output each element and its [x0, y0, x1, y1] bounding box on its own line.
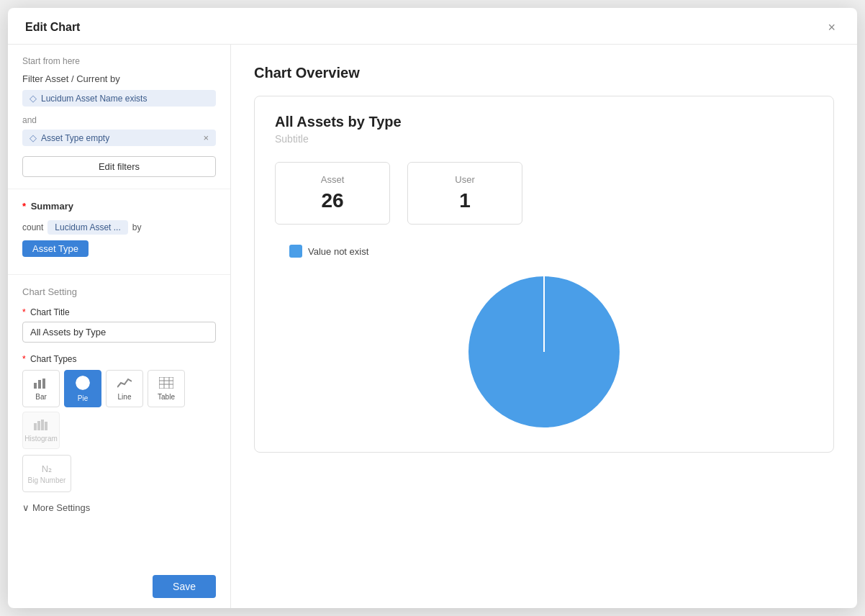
chart-type-big-number[interactable]: N₂ Big Number — [22, 455, 71, 492]
svg-rect-6 — [159, 377, 173, 389]
chart-title-field-label: * Chart Title — [22, 307, 216, 317]
big-number-icon: N₂ — [42, 463, 52, 474]
save-row: Save — [8, 565, 230, 608]
big-number-label: Big Number — [28, 476, 66, 484]
chart-type-histogram-label: Histogram — [24, 435, 58, 443]
bar-chart-icon — [34, 377, 48, 391]
stat-value-asset: 26 — [304, 189, 361, 212]
pie-chart-svg — [461, 269, 627, 435]
chart-type-bar-label: Bar — [35, 393, 47, 401]
svg-rect-13 — [41, 420, 44, 430]
chart-type-histogram: Histogram — [22, 412, 60, 449]
summary-row-2: Asset Type — [22, 240, 216, 257]
filter-tag-1: ◇ Lucidum Asset Name exists — [22, 90, 216, 107]
start-from-here-section: Start from here Filter Asset / Current b… — [8, 45, 230, 189]
save-button[interactable]: Save — [153, 575, 216, 598]
chart-setting-title: Chart Setting — [22, 286, 216, 297]
close-button[interactable]: × — [823, 19, 840, 35]
stat-card-asset: Asset 26 — [275, 162, 390, 225]
svg-rect-2 — [42, 379, 45, 389]
filter-tag-icon-1: ◇ — [30, 93, 37, 104]
filter-tag-text-1: Lucidum Asset Name exists — [41, 94, 147, 104]
modal-title: Edit Chart — [25, 21, 80, 34]
chart-preview-title: All Assets by Type — [275, 114, 813, 130]
chart-type-bar[interactable]: Bar — [22, 370, 60, 407]
edit-filters-button[interactable]: Edit filters — [22, 156, 216, 177]
svg-rect-14 — [45, 422, 47, 430]
chart-title-input[interactable] — [22, 322, 216, 343]
legend-label: Value not exist — [308, 246, 368, 257]
stat-label-asset: Asset — [304, 174, 361, 185]
chart-type-pie-label: Pie — [78, 394, 88, 402]
legend-dot — [289, 245, 302, 258]
chart-preview-subtitle: Subtitle — [275, 133, 813, 145]
summary-required-star: * — [22, 201, 26, 212]
more-settings-label: More Settings — [32, 502, 90, 513]
more-settings-toggle[interactable]: ∨ More Settings — [22, 502, 216, 513]
by-label: by — [132, 222, 142, 232]
stat-value-user: 1 — [437, 189, 493, 212]
chart-type-line[interactable]: Line — [106, 370, 143, 407]
chart-type-table-label: Table — [158, 393, 175, 401]
svg-rect-0 — [34, 383, 37, 389]
filter-tag-close-2[interactable]: × — [203, 132, 209, 143]
start-section-label: Start from here — [22, 56, 216, 66]
chart-types-label: * Chart Types — [22, 354, 216, 364]
filter-tag-text-2: Asset Type empty — [41, 133, 109, 143]
stats-row: Asset 26 User 1 — [275, 162, 813, 225]
chart-title-required-star: * — [22, 307, 26, 317]
filter-tag-icon-2: ◇ — [30, 132, 37, 143]
edit-chart-modal: Edit Chart × Start from here Filter Asse… — [8, 8, 857, 608]
filter-tag-2: ◇ Asset Type empty × — [22, 130, 216, 146]
modal-body: Start from here Filter Asset / Current b… — [8, 45, 857, 608]
chart-types-row: Bar Pie Line — [22, 370, 216, 449]
chart-setting-section: Chart Setting * Chart Title * Chart Type… — [8, 275, 230, 525]
histogram-chart-icon — [34, 419, 48, 432]
asset-tag[interactable]: Lucidum Asset ... — [47, 220, 127, 235]
chart-overview-title: Chart Overview — [254, 65, 834, 81]
summary-row-1: count Lucidum Asset ... by — [22, 220, 216, 235]
table-chart-icon — [159, 377, 173, 391]
pie-chart-icon — [76, 376, 90, 392]
line-chart-icon — [117, 377, 132, 391]
chart-types-required-star: * — [22, 354, 26, 364]
summary-title: * Summary — [22, 201, 216, 212]
stat-label-user: User — [437, 174, 493, 185]
legend-row: Value not exist — [289, 245, 813, 258]
summary-section: * Summary count Lucidum Asset ... by Ass… — [8, 189, 230, 275]
chart-preview-card: All Assets by Type Subtitle Asset 26 Use… — [254, 96, 834, 453]
chart-type-pie[interactable]: Pie — [64, 370, 101, 407]
pie-chart-container — [275, 269, 813, 435]
group-tag[interactable]: Asset Type — [22, 240, 89, 257]
left-panel: Start from here Filter Asset / Current b… — [8, 45, 231, 608]
svg-rect-1 — [38, 380, 41, 389]
count-label: count — [22, 222, 43, 232]
svg-rect-11 — [34, 423, 37, 430]
filter-asset-label: Filter Asset / Current by — [22, 73, 216, 84]
and-label: and — [22, 115, 216, 125]
chart-type-line-label: Line — [118, 393, 132, 401]
svg-rect-12 — [37, 421, 40, 430]
modal-header: Edit Chart × — [8, 8, 857, 45]
more-settings-chevron: ∨ — [22, 502, 30, 513]
stat-card-user: User 1 — [407, 162, 522, 225]
chart-type-table[interactable]: Table — [148, 370, 185, 407]
right-panel: Chart Overview All Assets by Type Subtit… — [231, 45, 857, 608]
